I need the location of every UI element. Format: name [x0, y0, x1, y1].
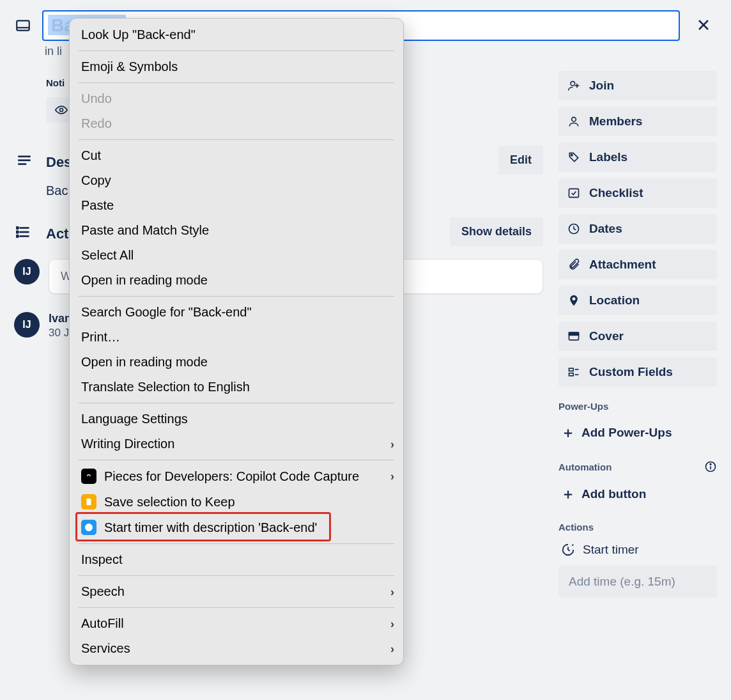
edit-description-button[interactable]: Edit: [498, 146, 543, 175]
svg-rect-25: [569, 368, 574, 371]
labels-icon: [567, 151, 580, 164]
context-menu-item-label: Writing Direction: [81, 437, 174, 451]
context-menu-item: Redo: [70, 111, 403, 136]
context-menu-item[interactable]: Save selection to Keep: [70, 489, 403, 515]
location-icon: [567, 294, 580, 307]
svg-rect-5: [18, 155, 31, 157]
context-menu-item[interactable]: Search Google for "Back-end": [70, 300, 403, 325]
context-menu-item-label: Inspect: [81, 552, 122, 567]
context-menu-item[interactable]: AutoFill›: [70, 611, 403, 636]
context-menu-item-label: Select All: [81, 248, 134, 263]
context-menu-item[interactable]: Select All: [70, 243, 403, 268]
context-menu-item-label: Look Up "Back-end": [81, 27, 196, 42]
timer-icon: [561, 543, 575, 557]
chevron-right-icon: ›: [390, 642, 394, 655]
context-menu-item: Undo: [70, 86, 403, 111]
svg-line-33: [568, 550, 570, 551]
context-menu-item-label: Paste: [81, 198, 114, 213]
add-automation-button[interactable]: ＋ Add button: [558, 481, 717, 508]
members-icon: [567, 115, 580, 128]
custom-fields-button[interactable]: Custom Fields: [558, 357, 717, 387]
context-menu-item[interactable]: Start timer with description 'Back-end': [70, 515, 403, 540]
members-button[interactable]: Members: [558, 107, 717, 136]
context-menu-item-label: Print…: [81, 330, 120, 345]
context-menu-item-label: Pieces for Developers: Copilot Code Capt…: [104, 469, 359, 484]
time-input[interactable]: [558, 566, 717, 598]
svg-line-34: [572, 545, 573, 546]
svg-point-13: [17, 235, 19, 237]
svg-line-22: [574, 229, 576, 230]
context-menu-item-label: Emoji & Symbols: [81, 59, 178, 74]
context-menu-item-label: Save selection to Keep: [104, 495, 235, 509]
powerups-label: Power-Ups: [558, 401, 608, 412]
context-menu-item-label: Search Google for "Back-end": [81, 305, 252, 320]
checklist-button[interactable]: Checklist: [558, 178, 717, 208]
close-button[interactable]: [690, 12, 717, 38]
context-menu-item-label: Copy: [81, 173, 111, 188]
context-menu-item-label: Language Settings: [81, 412, 188, 426]
context-menu-item[interactable]: Language Settings: [70, 407, 403, 432]
cover-button[interactable]: Cover: [558, 322, 717, 351]
context-menu-item[interactable]: Print…: [70, 325, 403, 350]
context-menu-item[interactable]: Open in reading mode: [70, 268, 403, 293]
svg-point-17: [572, 117, 576, 121]
context-menu-separator: [79, 575, 394, 576]
context-menu-item[interactable]: Services›: [70, 636, 403, 661]
context-menu-item-label: Paste and Match Style: [81, 223, 209, 238]
svg-point-35: [85, 472, 93, 480]
context-menu-item[interactable]: Speech›: [70, 579, 403, 604]
card-icon: [14, 17, 32, 35]
svg-rect-24: [569, 332, 579, 335]
labels-button[interactable]: Labels: [558, 143, 717, 172]
context-menu-item[interactable]: Copy: [70, 168, 403, 193]
context-menu: Look Up "Back-end"Emoji & SymbolsUndoRed…: [69, 18, 404, 665]
context-menu-separator: [79, 607, 394, 608]
plus-icon: ＋: [561, 423, 574, 442]
attachment-button[interactable]: Attachment: [558, 250, 717, 279]
context-menu-item[interactable]: Inspect: [70, 547, 403, 572]
comment-timestamp: 30 J: [49, 327, 72, 339]
context-menu-item[interactable]: Emoji & Symbols: [70, 54, 403, 79]
show-details-button[interactable]: Show details: [450, 217, 543, 246]
clockify-icon: [81, 520, 96, 535]
context-menu-item-label: Start timer with description 'Back-end': [104, 520, 317, 535]
context-menu-item-label: AutoFill: [81, 616, 124, 631]
chevron-right-icon: ›: [390, 437, 394, 451]
context-menu-item[interactable]: Paste: [70, 193, 403, 218]
context-menu-separator: [79, 82, 394, 83]
chevron-right-icon: ›: [390, 617, 394, 630]
avatar: IJ: [14, 259, 40, 284]
context-menu-separator: [79, 139, 394, 140]
dates-button[interactable]: Dates: [558, 214, 717, 244]
start-timer-button[interactable]: Start timer: [558, 540, 717, 566]
context-menu-separator: [79, 403, 394, 403]
description-icon: [14, 150, 35, 171]
checklist-icon: [567, 187, 580, 199]
location-button[interactable]: Location: [558, 286, 717, 315]
context-menu-item[interactable]: Open in reading mode: [70, 350, 403, 375]
context-menu-item[interactable]: Pieces for Developers: Copilot Code Capt…: [70, 463, 403, 489]
context-menu-item[interactable]: Writing Direction›: [70, 432, 403, 456]
cover-icon: [567, 330, 580, 343]
attachment-icon: [567, 258, 580, 271]
dates-icon: [567, 222, 580, 235]
context-menu-item-label: Open in reading mode: [81, 355, 208, 369]
context-menu-item[interactable]: Look Up "Back-end": [70, 22, 403, 47]
comment-author: Ivan: [49, 312, 72, 325]
keep-icon: [81, 494, 96, 509]
avatar: IJ: [14, 312, 40, 338]
context-menu-item-label: Translate Selection to English: [81, 380, 250, 394]
info-icon[interactable]: [704, 460, 717, 473]
automation-label: Automation: [558, 462, 612, 472]
context-menu-item[interactable]: Cut: [70, 143, 403, 168]
chevron-right-icon: ›: [390, 585, 394, 598]
context-menu-item[interactable]: Paste and Match Style: [70, 218, 403, 243]
svg-point-12: [17, 231, 19, 233]
add-powerups-button[interactable]: ＋ Add Power-Ups: [558, 419, 717, 446]
join-button[interactable]: Join: [558, 71, 717, 100]
context-menu-item-label: Cut: [81, 148, 101, 163]
context-menu-item-label: Services: [81, 641, 130, 656]
pieces-icon: [81, 469, 96, 484]
svg-point-31: [710, 463, 711, 465]
context-menu-item[interactable]: Translate Selection to English: [70, 375, 403, 400]
